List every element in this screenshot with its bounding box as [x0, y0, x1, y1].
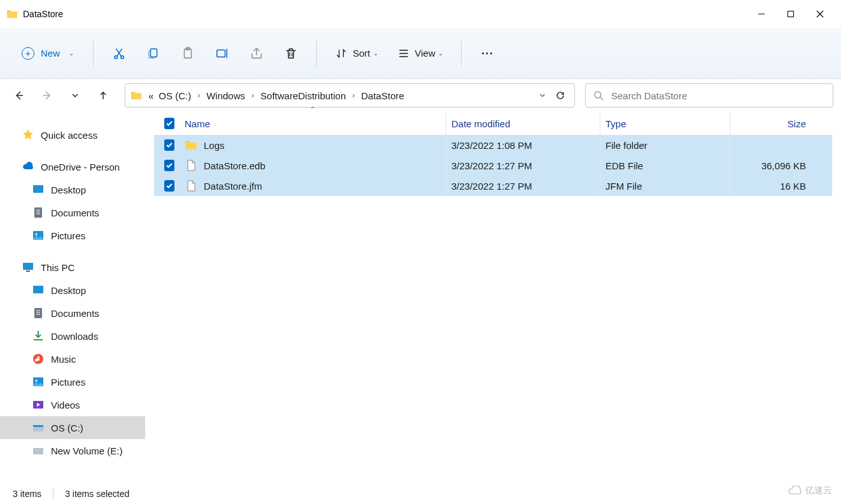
download-icon: [32, 330, 45, 342]
trash-icon: [284, 46, 298, 60]
sidebar-quick-access[interactable]: Quick access: [0, 123, 145, 146]
status-bar: 3 items 3 items selected: [0, 484, 841, 504]
status-count: 3 items: [13, 489, 41, 499]
svg-point-4: [115, 55, 118, 59]
toolbar: + New ⌄ Sort ⌄ View ⌄: [0, 28, 841, 79]
navigation-bar: « OS (C:) › Windows › SoftwareDistributi…: [0, 79, 841, 112]
view-button[interactable]: View ⌄: [390, 39, 451, 67]
share-button[interactable]: [241, 39, 272, 67]
chevron-right-icon: ›: [248, 91, 258, 100]
clipboard-icon: [181, 46, 195, 60]
paste-button[interactable]: [173, 39, 203, 67]
recent-button[interactable]: [64, 84, 87, 107]
row-checkbox[interactable]: [164, 180, 174, 192]
svg-point-17: [486, 52, 488, 54]
sidebar[interactable]: Quick access OneDrive - Person Desktop D…: [0, 112, 145, 484]
svg-line-22: [600, 97, 603, 100]
pictures-icon: [32, 375, 45, 388]
search-box[interactable]: [585, 83, 833, 108]
sidebar-label: Documents: [51, 207, 99, 218]
column-headers: ⌃ Name Date modified Type Size: [154, 112, 832, 135]
close-button[interactable]: [805, 4, 835, 24]
sort-button[interactable]: Sort ⌄: [327, 39, 386, 67]
file-type: EDB File: [605, 160, 643, 171]
breadcrumb-item[interactable]: DataStore: [358, 90, 407, 101]
select-all-checkbox[interactable]: [159, 112, 180, 135]
sidebar-item-new-volume[interactable]: New Volume (E:): [0, 439, 145, 462]
new-button[interactable]: + New ⌄: [13, 39, 83, 67]
sort-icon: [335, 47, 348, 60]
sidebar-label: New Volume (E:): [51, 445, 123, 456]
file-size: 16 KB: [780, 181, 806, 192]
breadcrumb-item[interactable]: Windows: [204, 90, 248, 101]
sidebar-this-pc[interactable]: This PC: [0, 256, 145, 279]
documents-icon: [32, 307, 45, 319]
sidebar-label: Pictures: [51, 377, 85, 388]
watermark: 亿速云: [788, 485, 832, 496]
sidebar-item-music[interactable]: Music: [0, 347, 145, 370]
copy-button[interactable]: [138, 39, 169, 67]
sidebar-label: Desktop: [51, 185, 86, 195]
column-type[interactable]: Type: [600, 112, 730, 135]
sidebar-item-desktop[interactable]: Desktop: [0, 279, 145, 302]
file-row[interactable]: DataStore.jfm 3/23/2022 1:27 PM JFM File…: [154, 176, 832, 196]
monitor-icon: [22, 261, 34, 274]
sidebar-label: Music: [51, 354, 76, 365]
more-button[interactable]: [472, 39, 502, 67]
file-row[interactable]: DataStore.edb 3/23/2022 1:27 PM EDB File…: [154, 155, 832, 176]
ellipsis-icon: [480, 46, 494, 60]
file-date: 3/23/2022 1:27 PM: [451, 181, 532, 192]
sidebar-onedrive[interactable]: OneDrive - Person: [0, 155, 145, 178]
column-date[interactable]: Date modified: [446, 112, 600, 135]
search-icon: [593, 90, 604, 101]
breadcrumb-item[interactable]: SoftwareDistribution: [258, 90, 348, 101]
address-bar[interactable]: « OS (C:) › Windows › SoftwareDistributi…: [125, 83, 575, 108]
videos-icon: [32, 398, 45, 411]
svg-rect-24: [34, 207, 42, 218]
documents-icon: [32, 206, 45, 219]
folder-icon: [6, 8, 18, 20]
up-button[interactable]: [92, 84, 115, 107]
folder-icon: [131, 90, 142, 101]
sidebar-item-documents[interactable]: Documents: [0, 201, 145, 224]
sidebar-label: Desktop: [51, 285, 86, 296]
minimize-button[interactable]: [747, 4, 776, 24]
cloud-icon: [22, 160, 34, 173]
cloud-icon: [788, 486, 803, 496]
rename-icon: [215, 46, 229, 60]
sidebar-item-downloads[interactable]: Downloads: [0, 325, 145, 347]
drive-icon: [32, 421, 45, 434]
address-dropdown[interactable]: [534, 87, 551, 104]
back-button[interactable]: [8, 84, 31, 107]
file-list: ⌃ Name Date modified Type Size Logs 3/23…: [145, 112, 841, 484]
sidebar-item-pictures[interactable]: Pictures: [0, 224, 145, 247]
maximize-button[interactable]: [776, 4, 805, 24]
forward-button[interactable]: [36, 84, 59, 107]
sidebar-item-videos[interactable]: Videos: [0, 393, 145, 416]
file-name: Logs: [204, 140, 225, 151]
refresh-button[interactable]: [551, 87, 569, 104]
file-row[interactable]: Logs 3/23/2022 1:08 PM File folder: [154, 135, 832, 155]
sidebar-item-os-drive[interactable]: OS (C:): [0, 416, 145, 439]
column-name[interactable]: ⌃ Name: [180, 112, 446, 135]
sidebar-label: Videos: [51, 400, 80, 410]
row-checkbox[interactable]: [164, 160, 174, 171]
column-size[interactable]: Size: [730, 112, 811, 135]
sidebar-item-pictures[interactable]: Pictures: [0, 370, 145, 393]
sidebar-item-documents[interactable]: Documents: [0, 302, 145, 325]
chevron-down-icon: ⌄: [438, 50, 443, 57]
breadcrumb-item[interactable]: OS (C:): [156, 90, 194, 101]
search-input[interactable]: [611, 90, 825, 101]
delete-button[interactable]: [276, 39, 306, 67]
breadcrumb-prefix[interactable]: «: [146, 90, 156, 101]
scissors-icon: [112, 46, 126, 60]
sidebar-label: Pictures: [51, 230, 85, 241]
row-checkbox[interactable]: [164, 139, 174, 151]
rename-button[interactable]: [207, 39, 237, 67]
share-icon: [250, 46, 264, 60]
chevron-down-icon: ⌄: [69, 50, 74, 57]
cut-button[interactable]: [104, 39, 134, 67]
sidebar-label: This PC: [41, 262, 74, 273]
sidebar-item-desktop[interactable]: Desktop: [0, 178, 145, 201]
drive-icon: [32, 444, 45, 457]
